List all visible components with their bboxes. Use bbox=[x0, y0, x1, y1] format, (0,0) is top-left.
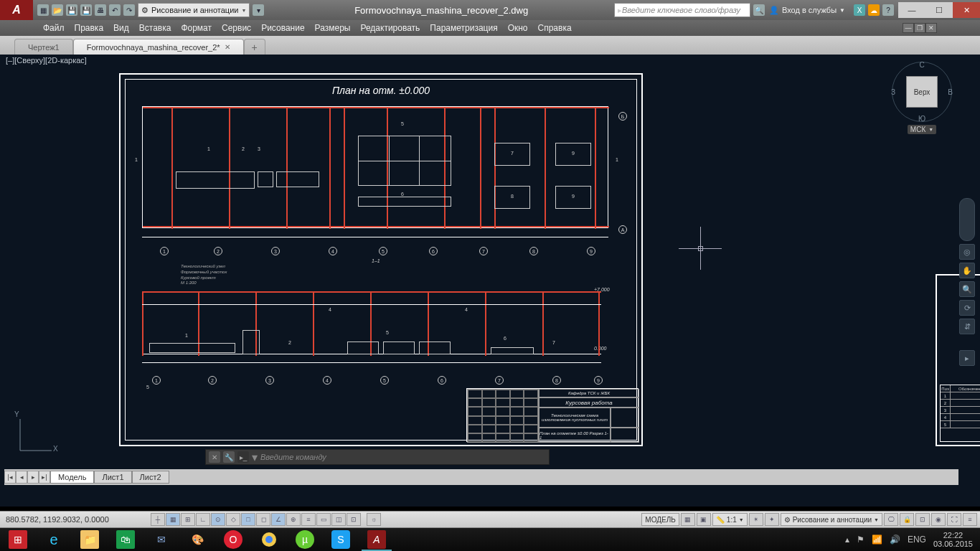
menu-insert[interactable]: Вставка bbox=[139, 23, 171, 33]
minimize-button[interactable]: — bbox=[898, 2, 925, 18]
cmd-wrench-icon[interactable]: 🔧 bbox=[223, 451, 235, 463]
viewport-label[interactable]: [–][Сверху][2D-каркас] bbox=[6, 56, 87, 65]
sb-infer-icon[interactable]: ┼ bbox=[151, 513, 165, 526]
layout-tab-sheet1[interactable]: Лист1 bbox=[94, 471, 131, 484]
menu-window[interactable]: Окно bbox=[508, 23, 528, 33]
mdi-restore-button[interactable]: ❐ bbox=[914, 23, 925, 33]
help-icon[interactable]: ? bbox=[882, 4, 894, 16]
close-button[interactable]: ✕ bbox=[953, 2, 980, 18]
sb-scale-dropdown[interactable]: 📏1:1▼ bbox=[712, 513, 748, 526]
workspace-dropdown[interactable]: ⚙ Рисование и аннотации ▼ bbox=[138, 3, 250, 17]
taskbar-skype[interactable]: S bbox=[323, 528, 359, 551]
wcs-dropdown[interactable]: МСК▼ bbox=[908, 125, 936, 134]
qat-new-icon[interactable]: ▦ bbox=[37, 4, 49, 16]
tray-network-icon[interactable]: 📶 bbox=[872, 534, 882, 545]
signin-button[interactable]: 👤 Вход в службы ▼ bbox=[765, 6, 849, 15]
sb-workspace-dropdown[interactable]: ⚙Рисование и аннотации▼ bbox=[781, 513, 882, 526]
tray-lang[interactable]: ENG bbox=[908, 534, 926, 545]
a360-icon[interactable]: ☁ bbox=[868, 4, 880, 16]
sb-model-button[interactable]: МОДЕЛЬ bbox=[641, 513, 679, 526]
mdi-close-button[interactable]: ✕ bbox=[925, 23, 937, 33]
search-input[interactable]: ▸ Введите ключевое слово/фразу bbox=[614, 3, 750, 17]
qat-dropdown-icon[interactable]: ▾ bbox=[253, 4, 264, 16]
start-button[interactable]: ⊞ bbox=[0, 528, 36, 551]
nav-pan-icon[interactable]: ✋ bbox=[959, 263, 975, 278]
sb-lock-icon[interactable]: 🔒 bbox=[900, 513, 914, 526]
layout-prev-button[interactable]: ◂ bbox=[16, 471, 27, 484]
taskbar-autocad[interactable]: A bbox=[359, 528, 395, 551]
menu-tools[interactable]: Сервис bbox=[222, 23, 251, 33]
taskbar-utorrent[interactable]: µ bbox=[287, 528, 323, 551]
view-cube[interactable]: С Ю В З Верх МСК▼ bbox=[890, 62, 954, 155]
taskbar-chrome[interactable] bbox=[251, 528, 287, 551]
tray-volume-icon[interactable]: 🔊 bbox=[890, 534, 900, 545]
nav-steering-icon[interactable]: ◎ bbox=[959, 244, 975, 260]
nav-expand-icon[interactable]: ▸ bbox=[959, 350, 975, 366]
sb-iso-icon[interactable]: ◇ bbox=[226, 513, 240, 526]
sb-annovis-icon[interactable]: ✦ bbox=[765, 513, 779, 526]
menu-help[interactable]: Справка bbox=[538, 23, 572, 33]
cmd-close-icon[interactable]: ✕ bbox=[209, 451, 220, 463]
sb-otrack-icon[interactable]: ∠ bbox=[271, 513, 286, 526]
command-line[interactable]: ✕ 🔧 ▸_ ▾ Введите команду bbox=[205, 449, 550, 465]
sb-lwt-icon[interactable]: ≡ bbox=[301, 513, 316, 526]
sb-trans-icon[interactable]: ▭ bbox=[316, 513, 331, 526]
coordinates-readout[interactable]: 880.5782, 1192.9032, 0.0000 bbox=[0, 515, 151, 524]
close-icon[interactable]: ✕ bbox=[225, 43, 230, 51]
menu-modify[interactable]: Редактировать bbox=[360, 23, 420, 33]
qat-undo-icon[interactable]: ↶ bbox=[109, 4, 121, 16]
menu-file[interactable]: Файл bbox=[43, 23, 65, 33]
taskbar-mail[interactable]: ✉ bbox=[143, 528, 179, 551]
layout-next-button[interactable]: ▸ bbox=[27, 471, 39, 484]
drawing-area[interactable]: [–][Сверху][2D-каркас] План на отм. ±0.0… bbox=[0, 55, 980, 507]
ucs-icon[interactable]: Y X bbox=[14, 413, 57, 458]
nav-showhide-icon[interactable]: ⇵ bbox=[959, 319, 975, 334]
sb-snap-icon[interactable]: ⊞ bbox=[181, 513, 195, 526]
app-logo[interactable]: A bbox=[0, 0, 33, 20]
file-tab-2[interactable]: Formovochnaya_mashina_recover_2*✕ bbox=[73, 39, 244, 55]
qat-saveas-icon[interactable]: 💾 bbox=[80, 4, 92, 16]
qat-open-icon[interactable]: 📂 bbox=[52, 4, 63, 16]
layout-tab-sheet2[interactable]: Лист2 bbox=[132, 471, 169, 484]
sb-qs2-icon[interactable]: ☼ bbox=[367, 513, 381, 526]
exchange-icon[interactable]: X bbox=[854, 4, 865, 16]
taskbar-store[interactable]: 🛍 bbox=[108, 528, 143, 551]
sb-dyn-icon[interactable]: ⊕ bbox=[286, 513, 301, 526]
compass[interactable]: С Ю В З Верх bbox=[892, 62, 952, 122]
file-tab-1[interactable]: Чертеж1 bbox=[14, 39, 73, 55]
taskbar-opera[interactable]: O bbox=[215, 528, 251, 551]
taskbar-paint[interactable]: 🎨 bbox=[179, 528, 215, 551]
nav-wheel-icon[interactable] bbox=[959, 198, 975, 241]
model-canvas[interactable]: План на отм. ±0.000 bbox=[4, 69, 958, 486]
sb-grid2-icon[interactable]: ▦ bbox=[681, 513, 695, 526]
taskbar-explorer[interactable]: 📁 bbox=[72, 528, 108, 551]
menu-format[interactable]: Формат bbox=[181, 23, 212, 33]
qat-redo-icon[interactable]: ↷ bbox=[123, 4, 135, 16]
sb-sc-icon[interactable]: ⊡ bbox=[347, 513, 361, 526]
sb-polar-icon[interactable]: ⊙ bbox=[211, 513, 225, 526]
layout-last-button[interactable]: ▸| bbox=[39, 471, 50, 484]
nav-orbit-icon[interactable]: ⟳ bbox=[959, 300, 975, 316]
maximize-button[interactable]: ☐ bbox=[925, 2, 953, 18]
layout-tab-model[interactable]: Модель bbox=[50, 471, 94, 484]
sb-grid-icon[interactable]: ▦ bbox=[166, 513, 180, 526]
sb-maxvp-icon[interactable]: ▣ bbox=[697, 513, 711, 526]
sb-annoscale-icon[interactable]: ✴ bbox=[749, 513, 763, 526]
search-button[interactable]: 🔍 bbox=[753, 4, 765, 16]
sb-monitor-icon[interactable]: 🖵 bbox=[884, 513, 898, 526]
qat-plot-icon[interactable]: 🖶 bbox=[95, 4, 106, 16]
sb-qs-icon[interactable]: ◫ bbox=[331, 513, 346, 526]
tray-up-icon[interactable]: ▴ bbox=[845, 534, 849, 545]
menu-draw[interactable]: Рисование bbox=[261, 23, 304, 33]
sb-ortho-icon[interactable]: ∟ bbox=[196, 513, 210, 526]
nav-zoom-icon[interactable]: 🔍 bbox=[959, 281, 975, 297]
sb-osnap-icon[interactable]: □ bbox=[241, 513, 255, 526]
file-tab-new[interactable]: + bbox=[244, 39, 265, 55]
qat-save-icon[interactable]: 💾 bbox=[66, 4, 77, 16]
mdi-minimize-button[interactable]: — bbox=[903, 23, 914, 33]
sb-clean-icon[interactable]: ⛶ bbox=[947, 513, 961, 526]
sb-hw-icon[interactable]: ⊡ bbox=[915, 513, 930, 526]
menu-view[interactable]: Вид bbox=[113, 23, 129, 33]
view-cube-face[interactable]: Верх bbox=[906, 76, 938, 108]
sb-3dosnap-icon[interactable]: ◻ bbox=[256, 513, 270, 526]
